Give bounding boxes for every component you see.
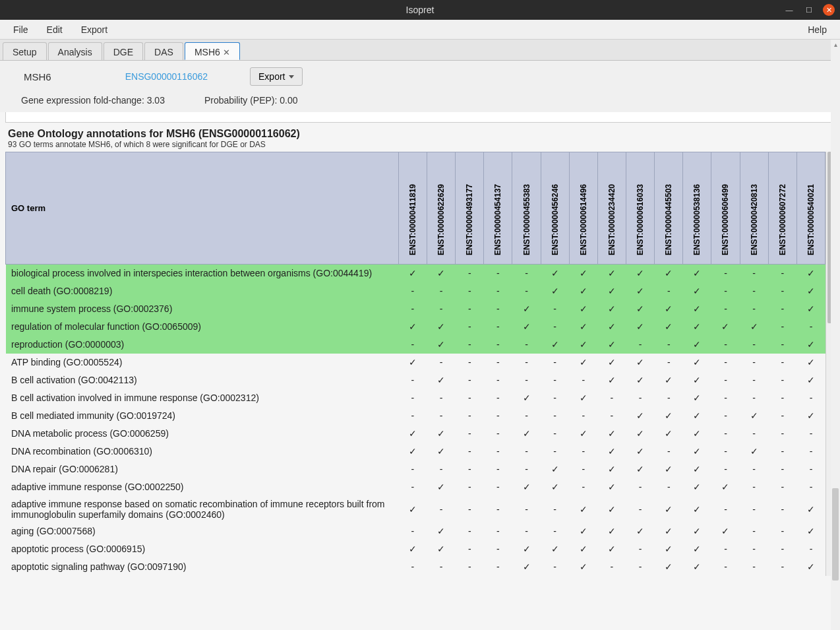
page-vertical-scrollbar[interactable]: ▴ — [831, 40, 840, 576]
check-icon: ✓ — [569, 389, 597, 407]
page-scrollbar-thumb[interactable] — [832, 488, 839, 576]
menu-file[interactable]: File — [5, 22, 36, 38]
dash-icon: - — [768, 389, 796, 407]
check-icon: ✓ — [655, 300, 683, 318]
check-icon: ✓ — [398, 540, 427, 558]
dash-icon: - — [541, 354, 569, 371]
dash-icon: - — [740, 425, 768, 443]
check-icon: ✓ — [597, 282, 626, 300]
dash-icon: - — [427, 300, 456, 318]
check-icon: ✓ — [683, 318, 711, 336]
check-icon: ✓ — [427, 540, 456, 558]
check-icon: ✓ — [626, 354, 655, 371]
table-row: aging (GO:0007568)-✓----✓✓✓✓✓✓--✓ — [6, 522, 825, 540]
dash-icon: - — [655, 282, 683, 300]
dash-icon: - — [484, 389, 512, 407]
check-icon: ✓ — [683, 478, 711, 496]
dash-icon: - — [711, 496, 740, 522]
dash-icon: - — [796, 460, 825, 478]
dash-icon: - — [512, 460, 541, 478]
dash-icon: - — [456, 407, 484, 425]
dash-icon: - — [626, 336, 655, 354]
dash-icon: - — [456, 371, 484, 389]
go-term-cell: reproduction (GO:0000003) — [6, 336, 399, 354]
check-icon: ✓ — [398, 318, 427, 336]
dash-icon: - — [711, 371, 740, 389]
dash-icon: - — [427, 407, 456, 425]
minimize-icon[interactable]: — — [783, 4, 795, 16]
column-header-enst: ENST:00000606499 — [711, 152, 740, 265]
dash-icon: - — [456, 318, 484, 336]
check-icon: ✓ — [683, 460, 711, 478]
check-icon: ✓ — [541, 282, 569, 300]
tab-das[interactable]: DAS — [144, 42, 183, 60]
dash-icon: - — [512, 336, 541, 354]
dash-icon: - — [768, 522, 796, 540]
check-icon: ✓ — [626, 522, 655, 540]
check-icon: ✓ — [796, 265, 825, 282]
check-icon: ✓ — [427, 318, 456, 336]
export-button[interactable]: Export — [250, 67, 303, 86]
menu-export[interactable]: Export — [73, 22, 115, 38]
check-icon: ✓ — [626, 371, 655, 389]
dash-icon: - — [427, 354, 456, 371]
check-icon: ✓ — [597, 354, 626, 371]
tab-msh6[interactable]: MSH6✕ — [185, 42, 240, 60]
close-icon[interactable]: ✕ — [823, 4, 835, 16]
dash-icon: - — [711, 282, 740, 300]
check-icon: ✓ — [683, 407, 711, 425]
dash-icon: - — [768, 265, 796, 282]
dash-icon: - — [740, 300, 768, 318]
scroll-up-icon[interactable]: ▴ — [831, 40, 840, 49]
tab-close-icon[interactable]: ✕ — [223, 47, 230, 57]
go-term-cell: DNA recombination (GO:0006310) — [6, 443, 399, 460]
dash-icon: - — [398, 522, 427, 540]
check-icon: ✓ — [569, 522, 597, 540]
dash-icon: - — [711, 300, 740, 318]
check-icon: ✓ — [569, 336, 597, 354]
check-icon: ✓ — [597, 522, 626, 540]
dash-icon: - — [768, 407, 796, 425]
check-icon: ✓ — [683, 522, 711, 540]
dash-icon: - — [711, 265, 740, 282]
check-icon: ✓ — [512, 478, 541, 496]
dash-icon: - — [398, 478, 427, 496]
dash-icon: - — [569, 407, 597, 425]
column-header-enst: ENST:00000614496 — [569, 152, 597, 265]
dash-icon: - — [484, 443, 512, 460]
tab-dge[interactable]: DGE — [104, 42, 143, 60]
go-term-cell: regulation of molecular function (GO:006… — [6, 318, 399, 336]
dash-icon: - — [484, 478, 512, 496]
dash-icon: - — [427, 496, 456, 522]
dash-icon: - — [711, 558, 740, 576]
maximize-icon[interactable]: ☐ — [803, 4, 815, 16]
check-icon: ✓ — [683, 540, 711, 558]
dash-icon: - — [484, 265, 512, 282]
check-icon: ✓ — [427, 265, 456, 282]
check-icon: ✓ — [569, 425, 597, 443]
table-row: B cell activation involved in immune res… — [6, 389, 825, 407]
dash-icon: - — [597, 389, 626, 407]
dash-icon: - — [796, 540, 825, 558]
tab-setup[interactable]: Setup — [3, 42, 47, 60]
check-icon: ✓ — [427, 371, 456, 389]
check-icon: ✓ — [427, 336, 456, 354]
dash-icon: - — [711, 540, 740, 558]
dash-icon: - — [456, 540, 484, 558]
dash-icon: - — [456, 558, 484, 576]
check-icon: ✓ — [740, 407, 768, 425]
check-icon: ✓ — [541, 265, 569, 282]
tab-analysis[interactable]: Analysis — [48, 42, 102, 60]
dash-icon: - — [768, 558, 796, 576]
dash-icon: - — [398, 389, 427, 407]
check-icon: ✓ — [569, 496, 597, 522]
dash-icon: - — [398, 336, 427, 354]
caret-down-icon — [289, 75, 294, 79]
dash-icon: - — [796, 318, 825, 336]
menu-help[interactable]: Help — [800, 22, 835, 38]
check-icon: ✓ — [626, 282, 655, 300]
dash-icon: - — [484, 282, 512, 300]
menu-edit[interactable]: Edit — [39, 22, 71, 38]
ensembl-link[interactable]: ENSG00000116062 — [125, 71, 208, 82]
tabbar: SetupAnalysisDGEDASMSH6✕ — [0, 40, 840, 61]
